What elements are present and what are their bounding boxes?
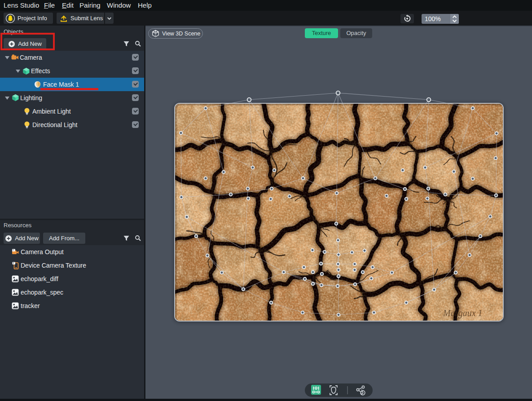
svg-text:Margaux 1: Margaux 1 <box>443 308 483 318</box>
